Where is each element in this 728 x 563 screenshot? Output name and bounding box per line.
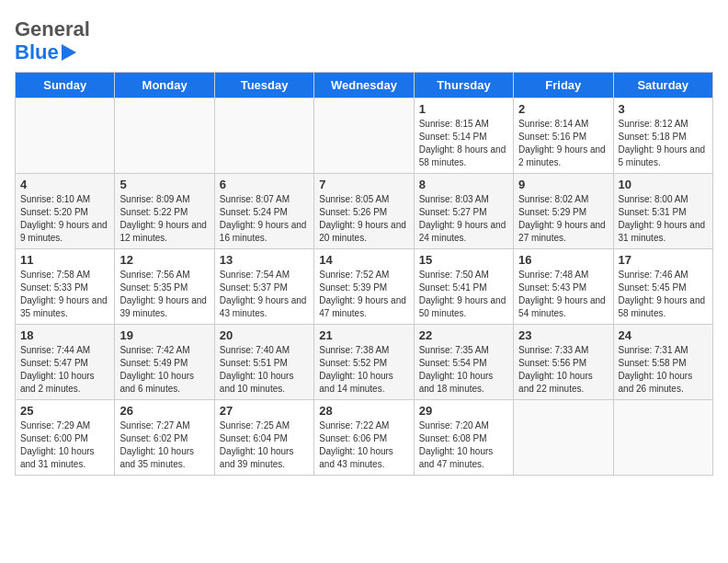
day-info: Sunrise: 7:27 AM Sunset: 6:02 PM Dayligh… (119, 419, 209, 471)
calendar-cell: 21Sunrise: 7:38 AM Sunset: 5:52 PM Dayli… (314, 325, 414, 400)
calendar-week-row: 11Sunrise: 7:58 AM Sunset: 5:33 PM Dayli… (16, 249, 713, 325)
day-info: Sunrise: 7:42 AM Sunset: 5:49 PM Dayligh… (119, 344, 209, 396)
calendar-cell: 28Sunrise: 7:22 AM Sunset: 6:06 PM Dayli… (314, 400, 414, 476)
calendar-header-row: SundayMondayTuesdayWednesdayThursdayFrid… (16, 73, 713, 98)
calendar-cell: 5Sunrise: 8:09 AM Sunset: 5:22 PM Daylig… (115, 174, 214, 249)
day-info: Sunrise: 8:00 AM Sunset: 5:31 PM Dayligh… (619, 193, 708, 245)
day-number: 12 (119, 253, 209, 267)
day-number: 10 (619, 178, 708, 191)
calendar-cell: 18Sunrise: 7:44 AM Sunset: 5:47 PM Dayli… (16, 325, 115, 400)
day-number: 4 (20, 178, 109, 191)
day-number: 24 (619, 328, 708, 342)
day-info: Sunrise: 7:25 AM Sunset: 6:04 PM Dayligh… (220, 419, 309, 471)
calendar-cell: 4Sunrise: 8:10 AM Sunset: 5:20 PM Daylig… (16, 174, 115, 249)
day-number: 2 (518, 102, 608, 116)
day-info: Sunrise: 7:38 AM Sunset: 5:52 PM Dayligh… (319, 344, 408, 396)
day-number: 11 (20, 253, 109, 267)
calendar-cell: 6Sunrise: 8:07 AM Sunset: 5:24 PM Daylig… (214, 174, 313, 249)
calendar-cell: 7Sunrise: 8:05 AM Sunset: 5:26 PM Daylig… (314, 174, 414, 249)
day-info: Sunrise: 7:20 AM Sunset: 6:08 PM Dayligh… (419, 419, 508, 471)
weekday-header-sunday: Sunday (16, 73, 115, 98)
calendar-week-row: 18Sunrise: 7:44 AM Sunset: 5:47 PM Dayli… (16, 325, 713, 400)
calendar-cell (115, 98, 214, 174)
day-number: 22 (419, 328, 508, 342)
calendar-cell: 11Sunrise: 7:58 AM Sunset: 5:33 PM Dayli… (16, 249, 115, 325)
day-info: Sunrise: 7:56 AM Sunset: 5:35 PM Dayligh… (119, 269, 209, 320)
calendar-week-row: 25Sunrise: 7:29 AM Sunset: 6:00 PM Dayli… (16, 400, 713, 476)
calendar-cell: 19Sunrise: 7:42 AM Sunset: 5:49 PM Dayli… (115, 325, 214, 400)
day-number: 3 (619, 102, 708, 116)
day-number: 19 (119, 328, 209, 342)
calendar-cell (16, 98, 115, 174)
day-info: Sunrise: 7:58 AM Sunset: 5:33 PM Dayligh… (20, 269, 109, 320)
calendar-cell: 25Sunrise: 7:29 AM Sunset: 6:00 PM Dayli… (16, 400, 115, 476)
day-number: 13 (220, 253, 309, 267)
day-number: 17 (619, 253, 708, 267)
calendar-cell (514, 400, 613, 476)
calendar-cell: 26Sunrise: 7:27 AM Sunset: 6:02 PM Dayli… (115, 400, 214, 476)
calendar-cell: 3Sunrise: 8:12 AM Sunset: 5:18 PM Daylig… (613, 98, 712, 174)
calendar-cell: 15Sunrise: 7:50 AM Sunset: 5:41 PM Dayli… (414, 249, 513, 325)
day-number: 9 (518, 178, 608, 191)
day-number: 15 (419, 253, 508, 267)
header: General Blue (15, 15, 713, 64)
calendar-cell: 9Sunrise: 8:02 AM Sunset: 5:29 PM Daylig… (514, 174, 613, 249)
logo-blue: Blue (15, 40, 59, 64)
weekday-header-friday: Friday (514, 73, 613, 98)
day-info: Sunrise: 8:09 AM Sunset: 5:22 PM Dayligh… (119, 193, 209, 245)
calendar-cell: 20Sunrise: 7:40 AM Sunset: 5:51 PM Dayli… (214, 325, 313, 400)
logo: General Blue (15, 18, 102, 64)
day-info: Sunrise: 8:02 AM Sunset: 5:29 PM Dayligh… (518, 193, 608, 245)
day-info: Sunrise: 8:03 AM Sunset: 5:27 PM Dayligh… (419, 193, 508, 245)
day-number: 26 (119, 404, 209, 418)
calendar-cell: 27Sunrise: 7:25 AM Sunset: 6:04 PM Dayli… (214, 400, 313, 476)
day-number: 14 (319, 253, 408, 267)
calendar-cell (214, 98, 313, 174)
calendar-cell: 1Sunrise: 8:15 AM Sunset: 5:14 PM Daylig… (414, 98, 513, 174)
day-number: 7 (319, 178, 408, 191)
day-number: 20 (220, 328, 309, 342)
calendar-cell: 2Sunrise: 8:14 AM Sunset: 5:16 PM Daylig… (514, 98, 613, 174)
logo-general: General (15, 17, 90, 40)
day-info: Sunrise: 7:40 AM Sunset: 5:51 PM Dayligh… (220, 344, 309, 396)
calendar-week-row: 4Sunrise: 8:10 AM Sunset: 5:20 PM Daylig… (16, 174, 713, 249)
day-info: Sunrise: 8:15 AM Sunset: 5:14 PM Dayligh… (419, 118, 508, 169)
calendar-table: SundayMondayTuesdayWednesdayThursdayFrid… (15, 72, 713, 476)
logo-arrow-icon (62, 44, 76, 61)
calendar-cell: 24Sunrise: 7:31 AM Sunset: 5:58 PM Dayli… (613, 325, 712, 400)
weekday-header-monday: Monday (115, 73, 214, 98)
day-info: Sunrise: 7:35 AM Sunset: 5:54 PM Dayligh… (419, 344, 508, 396)
day-number: 6 (220, 178, 309, 191)
calendar-cell: 13Sunrise: 7:54 AM Sunset: 5:37 PM Dayli… (214, 249, 313, 325)
day-number: 23 (518, 328, 608, 342)
calendar-cell: 17Sunrise: 7:46 AM Sunset: 5:45 PM Dayli… (613, 249, 712, 325)
calendar-week-row: 1Sunrise: 8:15 AM Sunset: 5:14 PM Daylig… (16, 98, 713, 174)
day-info: Sunrise: 7:44 AM Sunset: 5:47 PM Dayligh… (20, 344, 109, 396)
calendar-cell: 14Sunrise: 7:52 AM Sunset: 5:39 PM Dayli… (314, 249, 414, 325)
calendar-cell: 8Sunrise: 8:03 AM Sunset: 5:27 PM Daylig… (414, 174, 513, 249)
day-info: Sunrise: 8:10 AM Sunset: 5:20 PM Dayligh… (20, 193, 109, 245)
calendar-cell: 29Sunrise: 7:20 AM Sunset: 6:08 PM Dayli… (414, 400, 513, 476)
calendar-cell: 16Sunrise: 7:48 AM Sunset: 5:43 PM Dayli… (514, 249, 613, 325)
day-number: 5 (119, 178, 209, 191)
day-info: Sunrise: 7:22 AM Sunset: 6:06 PM Dayligh… (319, 419, 408, 471)
calendar-cell: 23Sunrise: 7:33 AM Sunset: 5:56 PM Dayli… (514, 325, 613, 400)
day-info: Sunrise: 7:46 AM Sunset: 5:45 PM Dayligh… (619, 269, 708, 320)
calendar-cell (314, 98, 414, 174)
day-info: Sunrise: 7:33 AM Sunset: 5:56 PM Dayligh… (518, 344, 608, 396)
day-number: 29 (419, 404, 508, 418)
calendar-cell (613, 400, 712, 476)
day-number: 16 (518, 253, 608, 267)
day-info: Sunrise: 7:54 AM Sunset: 5:37 PM Dayligh… (220, 269, 309, 320)
day-number: 1 (419, 102, 508, 116)
weekday-header-tuesday: Tuesday (214, 73, 313, 98)
day-number: 18 (20, 328, 109, 342)
calendar-cell: 10Sunrise: 8:00 AM Sunset: 5:31 PM Dayli… (613, 174, 712, 249)
calendar-cell: 12Sunrise: 7:56 AM Sunset: 5:35 PM Dayli… (115, 249, 214, 325)
weekday-header-saturday: Saturday (613, 73, 712, 98)
day-info: Sunrise: 8:14 AM Sunset: 5:16 PM Dayligh… (518, 118, 608, 169)
day-number: 25 (20, 404, 109, 418)
day-info: Sunrise: 7:29 AM Sunset: 6:00 PM Dayligh… (20, 419, 109, 471)
day-number: 8 (419, 178, 508, 191)
day-info: Sunrise: 7:52 AM Sunset: 5:39 PM Dayligh… (319, 269, 408, 320)
